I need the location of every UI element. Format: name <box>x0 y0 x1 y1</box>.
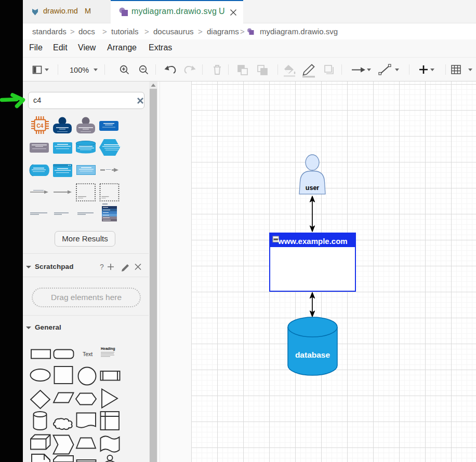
svg-text:database: database <box>295 350 330 359</box>
svg-text:Text: Text <box>83 351 92 357</box>
svg-text:Heading: Heading <box>101 347 115 351</box>
svg-text:?: ? <box>100 263 104 271</box>
svg-text:100%: 100% <box>70 66 89 74</box>
svg-text:C4: C4 <box>37 123 44 129</box>
svg-text:www.example.com: www.example.com <box>277 237 348 246</box>
svg-text:user: user <box>306 184 320 192</box>
